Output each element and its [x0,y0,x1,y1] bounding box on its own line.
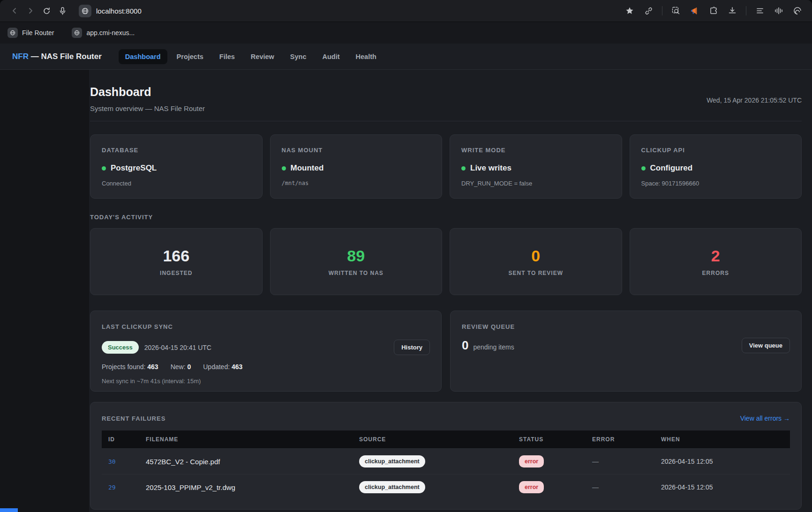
col-header-id: ID [102,430,139,449]
stat-value: 2 [711,247,720,265]
tab-projects[interactable]: Projects [170,49,210,64]
address-bar[interactable]: localhost:8000 [79,5,622,17]
card-label: CLICKUP API [641,147,790,154]
table-row[interactable]: 30 4572BC_V2 - Copie.pdf clickup_attachm… [102,449,790,475]
stat-label: INGESTED [160,270,192,276]
failures-table: ID FILENAME SOURCE STATUS ERROR WHEN 30 … [102,430,790,500]
bookmark-label: app.cmi-nexus... [86,29,135,37]
card-value: Mounted [291,163,324,173]
copy-link-button[interactable] [640,3,656,19]
bookmark-globe-icon [8,28,18,38]
card-label: LAST CLICKUP SYNC [102,323,430,330]
bookmark-star-button[interactable] [622,3,638,19]
star-icon [625,7,634,15]
section-todays-activity: TODAY'S ACTIVITY [90,214,802,221]
bookmark-file-router[interactable]: File Router [8,28,54,38]
reader-list-button[interactable] [752,3,768,19]
announcement-extension-button[interactable] [687,3,703,19]
stat-value: 89 [347,247,365,265]
card-review-queue: REVIEW QUEUE 0 pending items View queue [450,311,802,392]
toolbar-divider [746,6,746,15]
table-row[interactable]: 29 2025-103_PPIMP_v2_tr.dwg clickup_atta… [102,475,790,500]
page-header: Dashboard System overview — NAS File Rou… [90,85,802,112]
equalizer-icon [774,7,783,15]
card-label: RECENT FAILURES [102,415,165,422]
tab-files[interactable]: Files [213,49,241,64]
view-all-errors-link[interactable]: View all errors → [740,415,790,422]
tab-review[interactable]: Review [244,49,281,64]
cell-error: — [586,475,654,500]
card-sub: /mnt/nas [282,180,431,186]
card-write-mode: WRITE MODE Live writes DRY_RUN_MODE = fa… [450,134,622,199]
view-queue-button[interactable]: View queue [742,338,790,353]
sync-status-badge: Success [102,341,139,354]
tab-audit[interactable]: Audit [316,49,346,64]
sync-timestamp: 2026-04-15 20:41 UTC [144,344,211,351]
tab-dashboard[interactable]: Dashboard [119,49,167,64]
microphone-button[interactable] [54,3,70,19]
page-body: Dashboard System overview — NAS File Rou… [0,70,812,512]
reload-button[interactable] [38,3,54,19]
link-icon [645,7,653,15]
back-button[interactable] [7,3,23,19]
status-dot-green [282,166,286,171]
cell-status: error [512,475,586,500]
left-gutter [0,70,89,512]
cell-when: 2026-04-15 12:05 [654,449,790,475]
card-label: DATABASE [102,147,251,154]
audio-settings-button[interactable] [771,3,787,19]
stat-written-to-nas: 89 WRITTEN TO NAS [270,228,443,295]
col-header-error: ERROR [586,430,654,449]
cell-source: clickup_attachment [353,449,512,475]
downloads-button[interactable] [724,3,740,19]
page-title: Dashboard [90,85,205,99]
browser-window: localhost:8000 [0,0,812,512]
activity-cards-row: 166 INGESTED 89 WRITTEN TO NAS 0 SENT TO… [90,228,802,295]
search-page-button[interactable] [668,3,684,19]
brand-name: — NAS File Router [29,52,102,61]
sync-stat-new: New: 0 [171,363,191,371]
profile-button[interactable] [789,3,805,19]
cell-source: clickup_attachment [353,475,512,500]
error-status-badge: error [519,481,544,493]
site-globe-icon [79,5,91,17]
cell-status: error [512,449,586,475]
url-text[interactable]: localhost:8000 [96,7,142,15]
list-lines-icon [756,7,764,14]
cell-when: 2026-04-15 12:05 [654,475,790,500]
sync-stat-updated: Updated: 463 [203,363,242,371]
extensions-button[interactable] [706,3,722,19]
bookmark-label: File Router [22,29,54,37]
stat-label: ERRORS [702,270,729,276]
nav-tabs: Dashboard Projects Files Review Sync Aud… [119,49,383,64]
browser-toolbar: localhost:8000 [0,0,812,22]
tab-health[interactable]: Health [349,49,383,64]
toolbar-divider [662,6,662,15]
profile-arc-icon [793,7,802,15]
app-brand: NFR — NAS File Router [12,52,102,61]
card-sub: DRY_RUN_MODE = false [461,180,610,187]
status-dot-green [461,166,466,171]
card-value: Configured [650,163,693,173]
col-header-when: WHEN [654,430,790,449]
bookmark-app-cmi-nexus[interactable]: app.cmi-nexus... [72,28,135,38]
main-content: Dashboard System overview — NAS File Rou… [89,70,812,512]
source-badge: clickup_attachment [359,481,425,493]
history-button[interactable]: History [394,340,430,355]
cell-filename: 4572BC_V2 - Copie.pdf [139,449,353,475]
stat-value: 0 [531,247,540,265]
tab-sync[interactable]: Sync [284,49,313,64]
cell-id: 29 [102,475,139,500]
next-sync-info: Next sync in ~7m 41s (interval: 15m) [102,378,430,385]
source-badge: clickup_attachment [359,455,425,467]
reload-icon [43,7,51,15]
cell-id: 30 [102,449,139,475]
forward-button[interactable] [23,3,38,19]
card-last-clickup-sync: LAST CLICKUP SYNC Success 2026-04-15 20:… [90,311,442,392]
card-clickup-api: CLICKUP API Configured Space: 9017159666… [630,134,802,199]
pending-count: 0 [462,338,468,353]
toolbar-actions [622,3,805,19]
microphone-icon [59,7,66,15]
pending-count-label: pending items [473,343,514,351]
stat-label: SENT TO REVIEW [509,270,563,276]
